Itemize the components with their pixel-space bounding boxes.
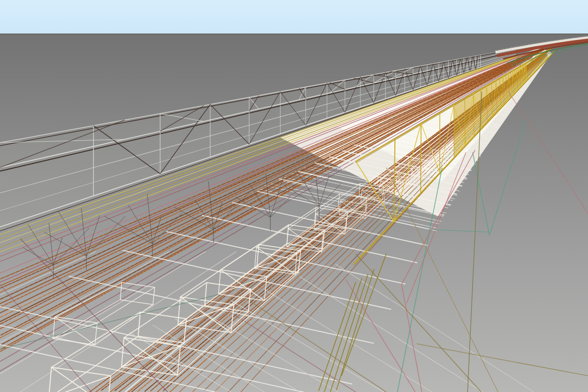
bridge-wireframe-scene[interactable] bbox=[0, 0, 588, 392]
sky-backdrop bbox=[0, 0, 588, 34]
cad-viewport-3d[interactable] bbox=[0, 0, 588, 392]
